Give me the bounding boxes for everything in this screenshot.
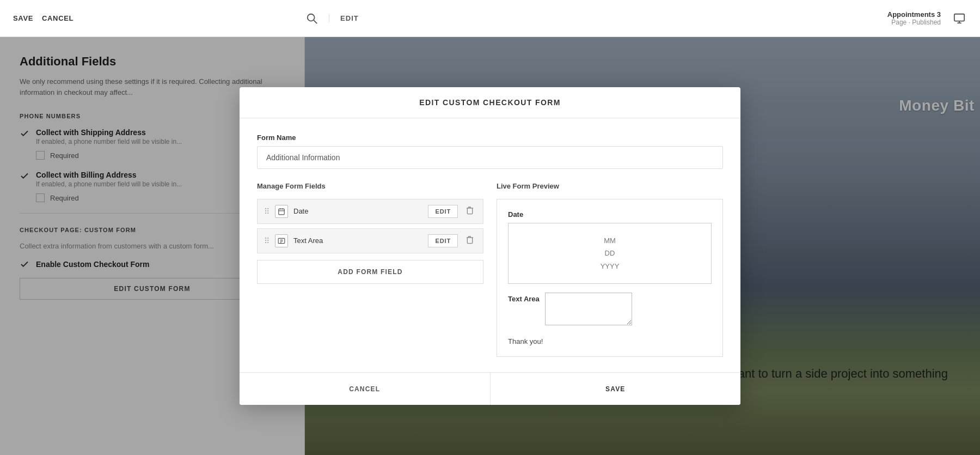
page-title: Appointments 3: [887, 10, 941, 19]
modal-save-button[interactable]: SAVE: [491, 373, 741, 405]
textarea-field-icon: [275, 234, 288, 247]
add-form-field-button[interactable]: ADD FORM FIELD: [257, 260, 483, 284]
svg-line-1: [314, 20, 317, 23]
date-field-name: Date: [293, 207, 422, 215]
preview-date-box: MM DD YYYY: [508, 223, 712, 284]
preview-thank-you: Thank you!: [508, 337, 712, 345]
form-name-label: Form Name: [257, 134, 723, 142]
textarea-field-name: Text Area: [293, 236, 422, 245]
live-preview-heading: Live Form Preview: [497, 182, 723, 190]
modal-header: EDIT CUSTOM CHECKOUT FORM: [240, 87, 740, 118]
modal-title: EDIT CUSTOM CHECKOUT FORM: [253, 98, 727, 107]
save-button[interactable]: SAVE: [13, 12, 33, 25]
modal-cancel-button[interactable]: CANCEL: [240, 373, 491, 405]
textarea-field-delete-button[interactable]: [463, 235, 476, 246]
textarea-field-row[interactable]: ⠿ Text Area EDIT: [257, 228, 483, 253]
form-name-section: Form Name: [257, 134, 723, 169]
date-field-delete-button[interactable]: [463, 206, 476, 217]
live-preview-box: Date MM DD YYYY Text Area: [497, 199, 723, 357]
monitor-icon[interactable]: [952, 13, 967, 25]
preview-textarea[interactable]: [545, 293, 632, 325]
date-field-icon: [275, 205, 288, 218]
form-name-input[interactable]: [257, 146, 723, 169]
preview-date-dd: DD: [519, 247, 700, 259]
cancel-button[interactable]: CANCEL: [42, 12, 74, 25]
svg-rect-2: [954, 14, 964, 21]
modal-footer: CANCEL SAVE: [240, 372, 740, 405]
page-info: Appointments 3 Page · Published: [887, 10, 941, 26]
modal-dialog: EDIT CUSTOM CHECKOUT FORM Form Name Mana…: [240, 87, 740, 405]
manage-fields-column: Manage Form Fields ⠿ Date ED: [257, 182, 483, 357]
modal-overlay: EDIT CUSTOM CHECKOUT FORM Form Name Mana…: [0, 37, 980, 455]
modal-body: Form Name Manage Form Fields ⠿: [240, 118, 740, 372]
page-status: Page · Published: [887, 19, 941, 26]
preview-date-label: Date: [508, 210, 712, 219]
date-drag-handle[interactable]: ⠿: [264, 207, 270, 216]
svg-point-0: [308, 14, 315, 21]
date-field-edit-button[interactable]: EDIT: [428, 205, 458, 218]
preview-date-mm: MM: [519, 234, 700, 247]
search-icon[interactable]: [306, 13, 318, 25]
preview-textarea-label: Text Area: [508, 295, 540, 303]
date-field-row[interactable]: ⠿ Date EDIT: [257, 199, 483, 224]
textarea-drag-handle[interactable]: ⠿: [264, 236, 270, 245]
edit-label: EDIT: [340, 14, 359, 22]
manage-fields-heading: Manage Form Fields: [257, 182, 483, 190]
form-columns: Manage Form Fields ⠿ Date ED: [257, 182, 723, 357]
top-bar: SAVE CANCEL EDIT Appointments 3 Page · P…: [0, 0, 980, 37]
textarea-field-edit-button[interactable]: EDIT: [428, 234, 458, 247]
preview-date-yyyy: YYYY: [519, 260, 700, 272]
svg-rect-5: [279, 209, 285, 215]
live-preview-column: Live Form Preview Date MM DD YYYY Text A…: [497, 182, 723, 357]
